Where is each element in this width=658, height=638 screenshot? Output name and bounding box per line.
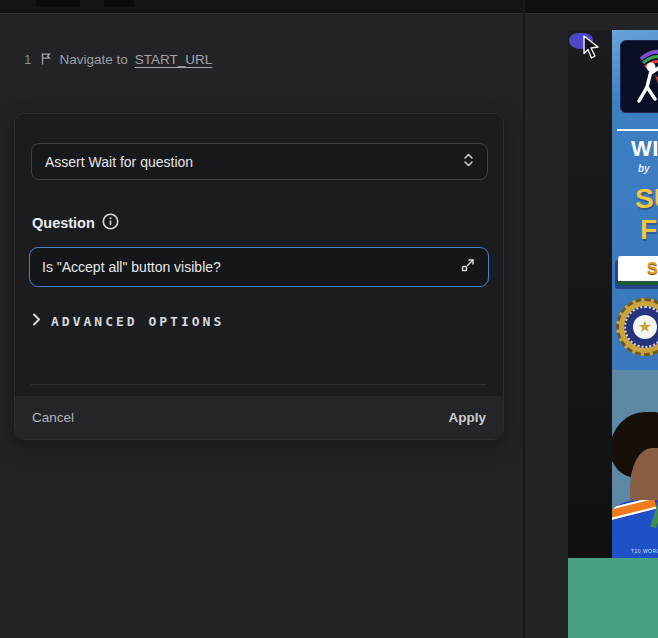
jersey-shoulder-stripe bbox=[612, 500, 657, 523]
action-type-selected-value: Assert Wait for question bbox=[45, 154, 193, 170]
bcci-emblem-star: ★ bbox=[633, 315, 657, 339]
bcci-emblem-ring: ★ bbox=[624, 306, 658, 348]
banner-cta-text: S bbox=[647, 260, 658, 278]
promo-banner-image: WI by SU F S ★ bbox=[612, 30, 658, 370]
player-photo: T20 WORLD bbox=[612, 370, 658, 558]
top-strip-right-section bbox=[524, 0, 658, 13]
banner-headline-text: WI bbox=[631, 136, 658, 162]
assert-step-dialog: Assert Wait for question Question bbox=[14, 113, 504, 440]
action-type-select[interactable]: Assert Wait for question bbox=[31, 143, 488, 180]
advanced-options-label: ADVANCED OPTIONS bbox=[51, 314, 224, 329]
bcci-emblem: ★ bbox=[616, 298, 658, 356]
advanced-options-toggle[interactable]: ADVANCED OPTIONS bbox=[32, 312, 224, 330]
top-strip-artifact bbox=[104, 0, 134, 7]
question-input[interactable] bbox=[42, 259, 460, 275]
cookie-banner-block bbox=[568, 558, 658, 638]
flag-icon bbox=[39, 52, 53, 66]
mouse-cursor-icon bbox=[581, 35, 603, 59]
question-label-row: Question bbox=[32, 213, 119, 233]
chevron-right-icon bbox=[32, 312, 41, 330]
jersey-text: T20 WORLD bbox=[631, 548, 658, 554]
cursor-annotation bbox=[569, 31, 609, 65]
banner-divider-rule bbox=[617, 129, 658, 131]
tournament-logo bbox=[620, 40, 658, 113]
question-input-wrapper bbox=[29, 247, 489, 287]
banner-promo-line1: SU bbox=[635, 183, 658, 215]
cancel-button[interactable]: Cancel bbox=[32, 410, 74, 425]
expand-input-icon[interactable] bbox=[460, 257, 476, 277]
banner-cta-button: S bbox=[618, 256, 658, 285]
banner-promo-line2: F bbox=[640, 214, 657, 246]
browser-preview-pane[interactable]: WI by SU F S ★ T20 WORLD bbox=[525, 14, 658, 638]
banner-byline-text: by bbox=[638, 163, 650, 174]
page-screenshot: WI by SU F S ★ T20 WORLD bbox=[568, 30, 658, 638]
select-updown-chevron-icon bbox=[463, 152, 474, 172]
player-jersey: T20 WORLD bbox=[612, 500, 658, 558]
step-label: Navigate to bbox=[60, 52, 128, 67]
step-row-navigate[interactable]: 1 Navigate to START_URL bbox=[24, 50, 212, 68]
step-number: 1 bbox=[24, 52, 32, 67]
window-top-strip bbox=[0, 0, 658, 14]
top-strip-artifact bbox=[36, 0, 80, 7]
start-url-link[interactable]: START_URL bbox=[135, 52, 213, 67]
question-label: Question bbox=[32, 215, 95, 231]
info-icon[interactable] bbox=[102, 213, 119, 234]
apply-button[interactable]: Apply bbox=[448, 410, 486, 425]
dialog-divider bbox=[31, 384, 487, 385]
dialog-footer: Cancel Apply bbox=[15, 396, 503, 439]
